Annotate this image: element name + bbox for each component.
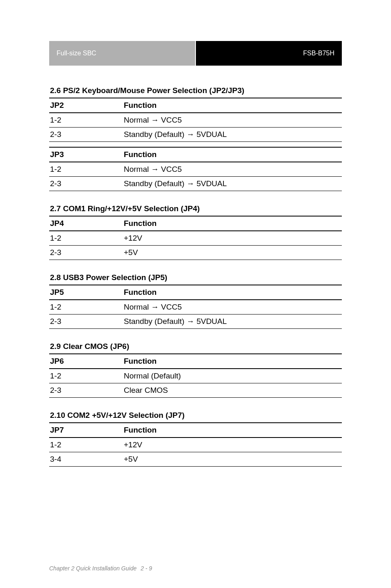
table-cell-function: +5V — [124, 248, 341, 257]
sub-table: JP6Function1-2Normal (Default)2-3Clear C… — [49, 353, 342, 398]
table-header-row: JP7Function — [49, 422, 342, 438]
footer-chapter: Chapter 2 Quick Installation Guide — [49, 565, 136, 572]
table-row: 1-2Normal → VCC5 — [49, 113, 342, 128]
table-header-row: JP6Function — [49, 353, 342, 369]
table-cell-pins: 2-3 — [50, 248, 124, 257]
sub-table: JP5Function1-2Normal → VCC52-3Standby (D… — [49, 285, 342, 329]
section-title: 2.7 COM1 Ring/+12V/+5V Selection (JP4) — [49, 204, 342, 213]
page-footer: Chapter 2 Quick Installation Guide 2 - 9 — [49, 565, 342, 572]
sub-table: JP3Function1-2Normal → VCC52-3Standby (D… — [49, 147, 342, 191]
sections-container: 2.6 PS/2 Keyboard/Mouse Power Selection … — [49, 86, 342, 467]
table-row: 2-3Standby (Default) → 5VDUAL — [49, 315, 342, 329]
section: 2.6 PS/2 Keyboard/Mouse Power Selection … — [49, 86, 342, 191]
sub-table: JP2Function1-2Normal → VCC52-3Standby (D… — [49, 98, 342, 142]
footer-page: 2 - 9 — [141, 565, 152, 572]
section: 2.7 COM1 Ring/+12V/+5V Selection (JP4)JP… — [49, 204, 342, 260]
table-row: 2-3+5V — [49, 246, 342, 260]
header-left: Full-size SBC — [49, 41, 195, 66]
table-header-col1: JP4 — [50, 219, 124, 228]
table-cell-pins: 2-3 — [50, 130, 124, 139]
table-row: 2-3Clear CMOS — [49, 383, 342, 398]
table-header-col1: JP7 — [50, 426, 124, 435]
table-cell-function: Normal → VCC5 — [124, 116, 341, 125]
section-title: 2.6 PS/2 Keyboard/Mouse Power Selection … — [49, 86, 342, 95]
table-cell-function: Normal (Default) — [124, 371, 341, 381]
table-cell-pins: 1-2 — [50, 303, 124, 312]
table-header-row: JP3Function — [49, 147, 342, 162]
section-title: 2.10 COM2 +5V/+12V Selection (JP7) — [49, 411, 342, 420]
section-title: 2.8 USB3 Power Selection (JP5) — [49, 273, 342, 282]
table-cell-function: +12V — [124, 440, 341, 449]
table-header-col1: JP2 — [50, 101, 124, 110]
table-header-col2: Function — [124, 288, 341, 297]
table-cell-pins: 2-3 — [50, 317, 124, 326]
table-cell-pins: 1-2 — [50, 165, 124, 174]
table-header-col1: JP6 — [50, 357, 124, 366]
table-cell-pins: 2-3 — [50, 386, 124, 395]
table-row: 3-4+5V — [49, 452, 342, 467]
table-row: 1-2Normal → VCC5 — [49, 300, 342, 315]
table-cell-function: Normal → VCC5 — [124, 165, 341, 174]
table-cell-function: Standby (Default) → 5VDUAL — [124, 317, 341, 326]
table-header-col2: Function — [124, 101, 341, 110]
sub-table: JP4Function1-2+12V2-3+5V — [49, 216, 342, 260]
table-cell-pins: 1-2 — [50, 116, 124, 125]
table-header-col2: Function — [124, 426, 341, 435]
table-header-row: JP4Function — [49, 216, 342, 231]
table-cell-pins: 1-2 — [50, 440, 124, 449]
sub-table: JP7Function1-2+12V3-4+5V — [49, 422, 342, 467]
table-row: 1-2+12V — [49, 231, 342, 246]
header-bar: Full-size SBC FSB-B75H — [49, 41, 342, 66]
table-cell-pins: 1-2 — [50, 371, 124, 381]
table-header-row: JP2Function — [49, 98, 342, 113]
table-row: 2-3Standby (Default) → 5VDUAL — [49, 128, 342, 142]
section: 2.8 USB3 Power Selection (JP5)JP5Functio… — [49, 273, 342, 329]
table-row: 1-2+12V — [49, 438, 342, 452]
table-cell-pins: 1-2 — [50, 234, 124, 243]
table-cell-function: +5V — [124, 455, 341, 464]
table-row: 2-3Standby (Default) → 5VDUAL — [49, 177, 342, 191]
table-cell-pins: 2-3 — [50, 179, 124, 188]
header-right: FSB-B75H — [195, 41, 342, 66]
section-title: 2.9 Clear CMOS (JP6) — [49, 342, 342, 351]
page-container: Full-size SBC FSB-B75H 2.6 PS/2 Keyboard… — [0, 0, 391, 504]
table-header-col2: Function — [124, 150, 341, 159]
table-header-col1: JP3 — [50, 150, 124, 159]
table-cell-function: Clear CMOS — [124, 386, 341, 395]
section: 2.9 Clear CMOS (JP6)JP6Function1-2Normal… — [49, 342, 342, 398]
table-header-col1: JP5 — [50, 288, 124, 297]
table-header-row: JP5Function — [49, 285, 342, 300]
table-row: 1-2Normal → VCC5 — [49, 162, 342, 177]
table-header-col2: Function — [124, 219, 341, 228]
section: 2.10 COM2 +5V/+12V Selection (JP7)JP7Fun… — [49, 411, 342, 467]
table-cell-function: Standby (Default) → 5VDUAL — [124, 130, 341, 139]
table-cell-function: Normal → VCC5 — [124, 303, 341, 312]
table-cell-function: +12V — [124, 234, 341, 243]
table-header-col2: Function — [124, 357, 341, 366]
table-cell-function: Standby (Default) → 5VDUAL — [124, 179, 341, 188]
table-cell-pins: 3-4 — [50, 455, 124, 464]
table-row: 1-2Normal (Default) — [49, 369, 342, 383]
